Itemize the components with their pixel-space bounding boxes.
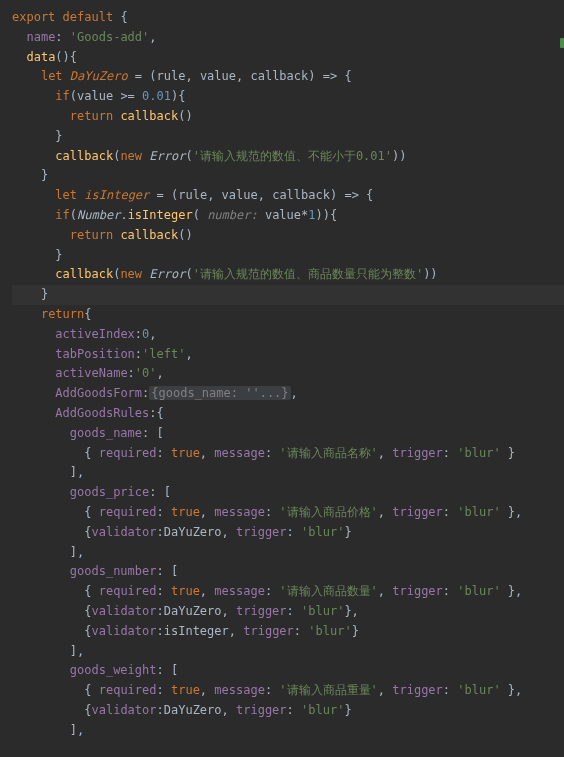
code-line: ], <box>12 642 564 662</box>
token-pun: : <box>287 525 301 539</box>
token-pun: } <box>55 129 62 143</box>
token-pun: , <box>149 327 156 341</box>
token-prop: activeIndex <box>55 327 134 341</box>
code-editor[interactable]: export default { name: 'Goods-add', data… <box>0 0 564 748</box>
token-pun: = ( <box>128 69 157 83</box>
token-pun: rule <box>178 188 207 202</box>
token-str: 'left' <box>142 347 185 361</box>
token-pun: () <box>178 228 192 242</box>
code-line: ], <box>12 721 564 741</box>
token-pun: ( <box>185 149 192 163</box>
token-str: 'blur' <box>301 703 344 717</box>
token-pun: }, <box>344 604 358 618</box>
token-prop: goods_weight <box>70 663 157 677</box>
token-pun: , <box>378 584 392 598</box>
token-pun: value <box>222 188 258 202</box>
code-line: {validator:isInteger, trigger: 'blur'} <box>12 622 564 642</box>
token-pun: ( <box>193 208 207 222</box>
code-line: goods_price: [ <box>12 483 564 503</box>
token-str: '请输入商品名称' <box>279 446 377 460</box>
code-line: { required: true, message: '请输入商品名称', tr… <box>12 444 564 464</box>
token-pun: : [ <box>157 663 179 677</box>
code-line: } <box>12 246 564 266</box>
token-pun: { <box>84 505 98 519</box>
token-pun: : <box>157 624 164 638</box>
token-prop: message <box>214 505 265 519</box>
token-folded: {goods_name: ''...} <box>149 386 290 400</box>
token-str: 'blur' <box>457 446 500 460</box>
token-pun: : <box>294 624 308 638</box>
code-line: data(){ <box>12 48 564 68</box>
token-pun: { <box>84 683 98 697</box>
token-pun: value* <box>265 208 308 222</box>
token-pun: , <box>378 683 392 697</box>
token-pun: }, <box>501 505 523 519</box>
token-kw: if <box>55 89 69 103</box>
token-pun: : <box>265 584 279 598</box>
token-fn: callback <box>55 267 113 281</box>
token-param: number: <box>207 208 265 222</box>
token-prop: validator <box>91 604 156 618</box>
token-pun: : <box>157 683 171 697</box>
code-line: return callback() <box>12 226 564 246</box>
token-cls: Number <box>77 208 120 222</box>
token-pun: { <box>84 307 91 321</box>
token-kw: export <box>12 10 55 24</box>
token-pun: , <box>222 604 236 618</box>
token-str: 'blur' <box>457 584 500 598</box>
token-prop: AddGoodsForm <box>55 386 142 400</box>
token-pun: (value >= <box>70 89 142 103</box>
token-pun: , <box>157 366 164 380</box>
code-line: let DaYuZero = (rule, value, callback) =… <box>12 67 564 87</box>
code-line: {validator:DaYuZero, trigger: 'blur'}, <box>12 602 564 622</box>
token-pun: : <box>287 604 301 618</box>
token-pun: : <box>157 703 164 717</box>
token-pun: : <box>135 347 142 361</box>
code-line: ], <box>12 543 564 563</box>
code-line: } <box>12 127 564 147</box>
token-pun: , <box>229 624 243 638</box>
token-pun <box>55 10 62 24</box>
token-pun: } <box>41 168 48 182</box>
token-str: '0' <box>135 366 157 380</box>
token-pun: = ( <box>149 188 178 202</box>
token-pun: DaYuZero <box>164 604 222 618</box>
token-pun: , <box>200 683 214 697</box>
token-pun: : <box>157 446 171 460</box>
code-line: goods_number: [ <box>12 562 564 582</box>
token-bool: true <box>171 584 200 598</box>
token-pun: ( <box>70 208 77 222</box>
code-line: callback(new Error('请输入规范的数值、不能小于0.01')) <box>12 147 564 167</box>
token-str: 'blur' <box>301 604 344 618</box>
token-prop: name <box>26 30 55 44</box>
token-pun: : <box>443 446 457 460</box>
token-num: 1 <box>308 208 315 222</box>
token-prop: validator <box>91 624 156 638</box>
token-str: 'blur' <box>457 505 500 519</box>
token-pun: ], <box>70 465 84 479</box>
token-pun: callback <box>272 188 330 202</box>
token-pun: . <box>120 208 127 222</box>
token-pun: )) <box>423 267 437 281</box>
token-str: 'blur' <box>308 624 351 638</box>
token-pun: : <box>55 30 69 44</box>
code-line: ], <box>12 463 564 483</box>
code-line: { required: true, message: '请输入商品价格', tr… <box>12 503 564 523</box>
token-pun: value <box>200 69 236 83</box>
token-prop: goods_name <box>70 426 142 440</box>
token-kw: new <box>120 149 142 163</box>
code-line: {validator:DaYuZero, trigger: 'blur'} <box>12 701 564 721</box>
token-fn: callback <box>120 109 178 123</box>
token-pun: : <box>443 505 457 519</box>
token-pun: : <box>265 505 279 519</box>
token-prop: activeName <box>55 366 127 380</box>
token-pun: : <box>443 584 457 598</box>
token-pun: : <box>287 703 301 717</box>
code-line: { required: true, message: '请输入商品重量', tr… <box>12 681 564 701</box>
token-pun: , <box>185 347 192 361</box>
token-prop: message <box>214 446 265 460</box>
token-prop: trigger <box>236 525 287 539</box>
token-pun: : [ <box>142 426 164 440</box>
token-prop: trigger <box>392 446 443 460</box>
token-pun: : [ <box>149 485 171 499</box>
